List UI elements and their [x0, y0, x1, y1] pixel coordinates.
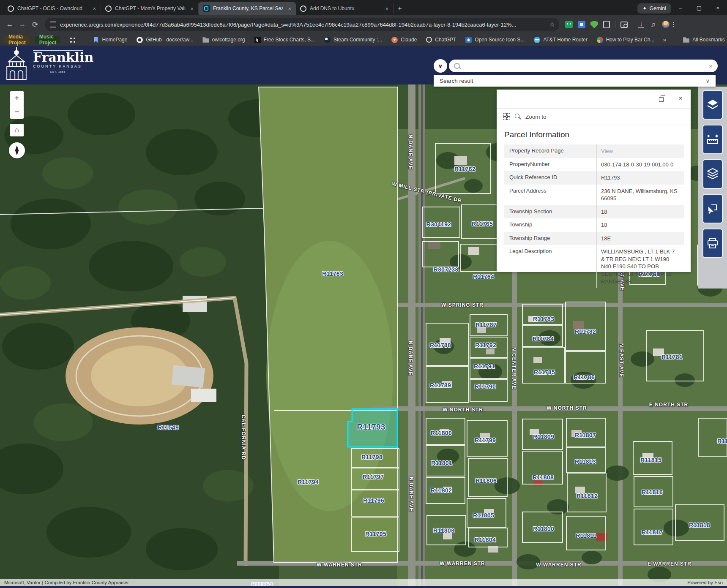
print-button[interactable] [702, 229, 723, 258]
map-attribution: Microsoft, Vantor | Compiled by Franklin… [0, 579, 727, 586]
search-bar[interactable]: × [449, 60, 718, 72]
zoom-to-icon[interactable] [514, 113, 521, 120]
window-minimize-button[interactable]: – [671, 1, 690, 14]
extension-clipboard-icon[interactable] [603, 21, 610, 28]
new-tab-button[interactable]: + [398, 4, 402, 13]
logo-title: Franklin [33, 51, 93, 64]
tab-favicon-icon [105, 5, 112, 12]
bookmark-item[interactable]: HomePage [93, 37, 127, 43]
window-maximize-button[interactable]: ▢ [690, 1, 708, 14]
bookmarks-overflow-icon[interactable]: » [663, 36, 666, 43]
bookmark-item[interactable]: GitHub - docker/aw... [137, 37, 193, 43]
bookmark-item[interactable]: Claude [391, 37, 417, 43]
extension-translate-icon[interactable] [578, 21, 585, 28]
browser-tab[interactable]: ChatGPT - Mom's Property Valu × [101, 3, 199, 14]
all-bookmarks-button[interactable]: All Bookmarks [683, 37, 725, 43]
gemini-button[interactable]: ✦ Gemini [637, 3, 671, 14]
bottom-border [0, 586, 727, 588]
browser-tab[interactable]: Add DNS to Ubuntu × [296, 3, 394, 14]
attribution-text: Microsoft, Vantor | Compiled by Franklin… [4, 580, 129, 585]
bookmark-item[interactable]: AT&T Home Router [534, 37, 587, 43]
divider [615, 21, 615, 28]
media-playlist-icon[interactable]: ♫ [649, 21, 657, 28]
extension-shield-icon[interactable] [590, 21, 598, 28]
zoom-in-button[interactable]: + [10, 91, 24, 105]
search-result-bar[interactable]: Search result ∨ [434, 75, 716, 87]
layers-button[interactable] [702, 159, 723, 189]
browser-toolbar: ← → ⟳ experience.arcgis.com/experience/0… [0, 15, 727, 34]
bookmark-item[interactable]: owlcottage.org [202, 37, 245, 43]
parcel-attribute-table: Property Record Page View PropertyNumber… [504, 144, 684, 288]
actions-menu-icon[interactable] [503, 113, 510, 120]
bookmark-favicon-icon [426, 37, 432, 43]
basemap-gallery-button[interactable] [702, 90, 723, 120]
divider [633, 21, 633, 28]
address-bar[interactable]: experience.arcgis.com/experience/0f4d77d… [45, 18, 559, 31]
forward-icon[interactable]: → [16, 20, 29, 29]
franklin-county-logo: Franklin COUNTY KANSAS EST. 1855 [4, 47, 93, 80]
table-row: PropertyNumber 030-174-18-0-30-19-001.00… [504, 158, 684, 172]
apps-grid-icon[interactable] [69, 36, 76, 43]
bookmark-item[interactable]: Steam Community :... [324, 37, 382, 43]
reload-icon[interactable]: ⟳ [29, 20, 41, 29]
folder-icon [683, 37, 689, 43]
search-options-button[interactable]: ∨ [434, 59, 447, 73]
tab-close-icon[interactable]: × [384, 5, 390, 12]
tab-favicon-icon [8, 5, 14, 12]
popup-title: Parcel Information [504, 130, 684, 139]
home-extent-button[interactable]: ⌂ [10, 124, 24, 136]
bookmark-item[interactable]: ChatGPT [426, 37, 456, 43]
measurement-button[interactable] [702, 125, 723, 154]
zoom-out-button[interactable]: − [10, 105, 24, 119]
attribute-label: Quick Reference ID [504, 171, 596, 185]
browser-tab[interactable]: Franklin County, KS Parcel Searc × [199, 2, 296, 15]
attribute-label: Legal Description [504, 245, 596, 288]
tab-close-icon[interactable]: × [189, 5, 195, 12]
search-input[interactable] [463, 63, 709, 70]
bookmark-favicon-icon [391, 37, 398, 43]
close-popup-icon[interactable]: × [678, 95, 683, 101]
select-state-button[interactable] [702, 194, 723, 223]
tab-group-chip[interactable]: Media Project [4, 36, 30, 44]
back-icon[interactable]: ← [3, 20, 16, 29]
browser-tab[interactable]: ChatGPT - OCIS - Owncloud × [3, 3, 101, 14]
bookmark-item[interactable]: Open Source Icon S... [465, 37, 525, 43]
table-row: Quick Reference ID R11793 [504, 171, 684, 185]
search-clear-icon[interactable]: × [709, 63, 713, 70]
site-info-icon[interactable] [50, 22, 56, 27]
table-row: Property Record Page View [504, 144, 684, 158]
compass-button[interactable] [9, 142, 25, 158]
chevron-down-icon[interactable]: ∨ [705, 78, 710, 84]
attribute-value: 030-174-18-0-30-19-001.00-0 [596, 158, 684, 172]
bookmark-favicon-icon [465, 37, 472, 43]
attribute-label: Township Range [504, 232, 596, 245]
logo-est: EST. 1855 [33, 70, 83, 73]
attribute-label: Township Section [504, 205, 596, 219]
table-row: Township Section 18 [504, 205, 684, 219]
tab-close-icon[interactable]: × [287, 5, 292, 12]
tab-title: Add DNS to Ubuntu [310, 5, 380, 11]
bookmark-item[interactable]: Free Stock Charts, S... [254, 37, 315, 43]
tab-close-icon[interactable]: × [91, 5, 97, 12]
bookmark-star-icon[interactable]: ☆ [549, 21, 555, 28]
tab-group-chip[interactable]: Music Project [35, 36, 61, 44]
extension-robot-icon[interactable] [565, 21, 573, 28]
attribute-label: PropertyNumber [504, 158, 596, 172]
search-tabs-icon[interactable] [620, 22, 628, 28]
url-text: experience.arcgis.com/experience/0f4d77d… [60, 22, 549, 28]
profile-avatar[interactable] [662, 21, 670, 28]
window-close-button[interactable]: × [708, 1, 727, 14]
downloads-icon[interactable]: ↓ [638, 21, 644, 28]
zoom-control: + − [10, 91, 24, 119]
bookmark-favicon-icon [534, 37, 540, 43]
chrome-menu-icon[interactable]: ⋮ [670, 21, 677, 28]
tab-strip: ChatGPT - OCIS - Owncloud × ChatGPT - Mo… [0, 0, 727, 15]
dock-popup-icon[interactable] [659, 95, 665, 101]
bookmark-item[interactable]: How to Play Bar Ch... [597, 37, 655, 43]
powered-by-esri[interactable]: Powered by Esri [687, 580, 723, 585]
north-needle-icon [14, 145, 19, 155]
attribute-value: 18 [596, 218, 684, 232]
search-result-label: Search result [440, 78, 473, 84]
zoom-to-button[interactable]: Zoom to [525, 114, 547, 120]
parcel-info-popup: × Zoom to Parcel Information Property Re… [497, 90, 691, 272]
